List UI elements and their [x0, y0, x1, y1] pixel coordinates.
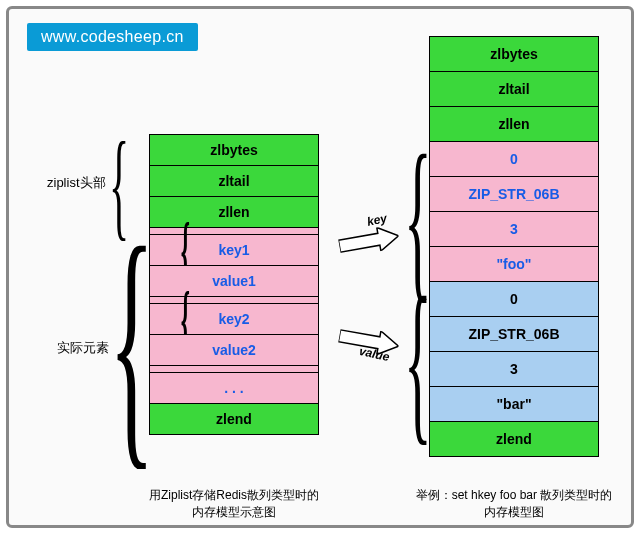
- right-diagram: zlbytes zltail zllen 0 ZIP_STR_06B 3 "fo…: [429, 37, 599, 457]
- brace-elements: {: [109, 237, 154, 447]
- cell-val-len: 3: [429, 351, 599, 387]
- site-badge: www.codesheep.cn: [27, 23, 198, 51]
- label-ziplist-header: ziplist头部: [47, 174, 106, 192]
- svg-marker-0: [337, 224, 400, 258]
- caption-left: 用Ziplist存储Redis散列类型时的内存模型示意图: [134, 487, 334, 521]
- cell-key-prevlen: 0: [429, 141, 599, 177]
- cell-val-encoding: ZIP_STR_06B: [429, 316, 599, 352]
- cell-key-value: "foo": [429, 246, 599, 282]
- cell-zlend: zlend: [429, 421, 599, 457]
- cell-zltail: zltail: [149, 165, 319, 197]
- cell-zllen: zllen: [429, 106, 599, 142]
- caption-right: 举例：set hkey foo bar 散列类型时的内存模型图: [414, 487, 614, 521]
- label-actual-elements: 实际元素: [57, 339, 109, 357]
- cell-val-value: "bar": [429, 386, 599, 422]
- cell-ellipsis: . . .: [149, 372, 319, 404]
- cell-key-encoding: ZIP_STR_06B: [429, 176, 599, 212]
- cell-zlend: zlend: [149, 403, 319, 435]
- cell-zlbytes: zlbytes: [429, 36, 599, 72]
- cell-zllen: zllen: [149, 196, 319, 228]
- cell-key-len: 3: [429, 211, 599, 247]
- cell-zlbytes: zlbytes: [149, 134, 319, 166]
- cell-value2: value2: [149, 334, 319, 366]
- cell-zltail: zltail: [429, 71, 599, 107]
- cell-key2: {key2: [149, 303, 319, 335]
- cell-value1: value1: [149, 265, 319, 297]
- arrow-key: [337, 224, 400, 258]
- brace-value-group: {: [404, 289, 432, 433]
- left-diagram: zlbytes zltail zllen {key1 value1 {key2 …: [149, 135, 319, 435]
- cell-val-prevlen: 0: [429, 281, 599, 317]
- cell-key1: {key1: [149, 234, 319, 266]
